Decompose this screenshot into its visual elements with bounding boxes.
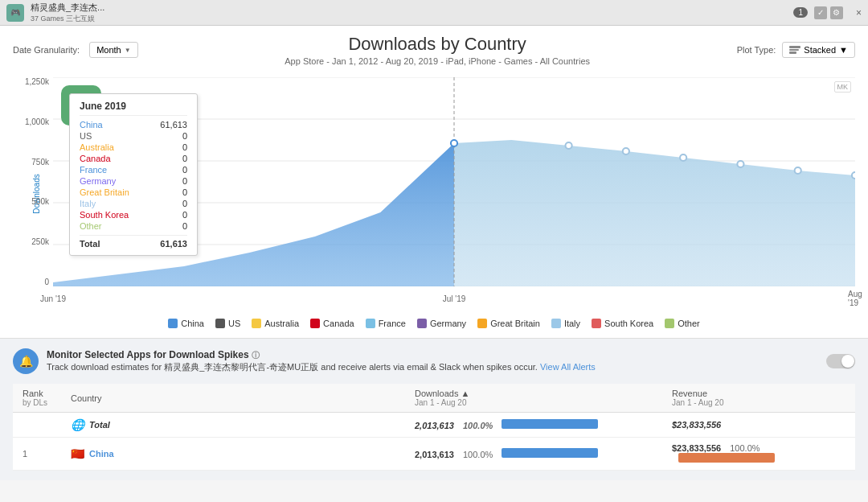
- tooltip-row-gb: Great Britain 0: [80, 187, 187, 198]
- svg-point-11: [623, 148, 629, 154]
- granularity-dropdown[interactable]: Month ▼: [89, 42, 138, 58]
- legend-label-south-korea: South Korea: [604, 319, 653, 328]
- alert-description: Track download estimates for 精灵盛典_李连杰黎明代…: [47, 361, 818, 373]
- download-bar-container: [502, 419, 598, 429]
- close-button[interactable]: ×: [856, 7, 862, 19]
- mk-badge: MK: [834, 81, 852, 93]
- legend-label-other: Other: [678, 319, 700, 328]
- y-tick: 750k: [21, 158, 49, 167]
- chart-svg: 🎮 MK June 2019 China 61,613 US 0 Aust: [53, 77, 855, 286]
- tooltip: June 2019 China 61,613 US 0 Australia 0: [69, 93, 198, 256]
- legend-color-china: [168, 319, 178, 328]
- downloads-cell: 2,013,613 100.0%: [405, 413, 662, 438]
- download-number: 2,013,613: [415, 450, 454, 459]
- legend-color-italy: [551, 319, 561, 328]
- legend-label-germany: Germany: [430, 319, 466, 328]
- tooltip-country: China: [80, 120, 103, 130]
- tooltip-total-label: Total: [80, 239, 100, 249]
- stacked-icon: [789, 46, 800, 54]
- revenue-cell: $23,833,556 100.0%: [662, 438, 855, 471]
- x-tick-jul: Jul '19: [443, 294, 466, 303]
- legend-color-other: [665, 319, 674, 328]
- info-icon[interactable]: ⓘ: [252, 351, 260, 360]
- tooltip-value: 61,613: [160, 120, 187, 130]
- plot-type-dropdown[interactable]: Stacked ▼: [782, 42, 855, 58]
- flag-icon: 🇨🇳: [71, 447, 84, 460]
- settings-icon[interactable]: ⚙: [830, 6, 843, 19]
- flag-icon: 🌐: [71, 418, 84, 431]
- legend-item-south-korea: South Korea: [592, 319, 653, 328]
- legend-item-other: Other: [665, 319, 700, 328]
- y-axis-ticks: 1,250k 1,000k 750k 500k 250k 0: [21, 77, 49, 286]
- svg-point-15: [852, 172, 855, 179]
- toggle-switch[interactable]: [826, 354, 855, 368]
- download-number: 2,013,613: [415, 421, 454, 430]
- top-bar: 🎮 精灵盛典_李连杰... 37 Games 三七互娱 1 ✓ ⚙ ×: [0, 0, 868, 26]
- country-name[interactable]: China: [89, 449, 114, 459]
- legend-color-us: [215, 319, 225, 328]
- tooltip-country: Other: [80, 221, 102, 231]
- tooltip-country: US: [80, 131, 92, 141]
- legend-color-germany: [417, 319, 427, 328]
- svg-point-14: [795, 167, 801, 174]
- table-row: 1 🇨🇳 China 2,013,613 100.0%: [13, 438, 855, 471]
- rank-cell: 1: [13, 438, 61, 471]
- tooltip-row-france: France 0: [80, 164, 187, 175]
- tooltip-country: South Korea: [80, 210, 129, 220]
- tooltip-value: 0: [182, 187, 187, 197]
- revenue-cell: $23,833,556: [662, 413, 855, 438]
- svg-marker-7: [454, 140, 855, 286]
- plot-type-label: Plot Type:: [737, 45, 776, 55]
- legend-item-china: China: [168, 319, 204, 328]
- tooltip-country: France: [80, 165, 107, 175]
- svg-point-12: [680, 154, 686, 161]
- tooltip-country: Australia: [80, 142, 114, 152]
- tooltip-value: 0: [182, 154, 187, 163]
- legend-label-australia: Australia: [264, 319, 299, 328]
- chevron-down-icon: ▼: [125, 47, 131, 54]
- chevron-down-icon: ▼: [839, 45, 848, 55]
- tooltip-row-italy: Italy 0: [80, 198, 187, 209]
- top-bar-icons: ✓ ⚙: [814, 6, 843, 19]
- revenue-value: $23,833,556: [672, 443, 721, 453]
- bottom-section: 🔔 Monitor Selected Apps for Download Spi…: [0, 338, 868, 480]
- y-tick: 1,000k: [21, 117, 49, 126]
- x-axis-labels: Jun '19 Jul '19 Aug '19: [53, 286, 855, 311]
- legend-label-italy: Italy: [564, 319, 580, 328]
- legend-color-france: [366, 319, 375, 328]
- tooltip-value: 0: [182, 221, 187, 231]
- y-tick: 500k: [21, 197, 49, 206]
- x-tick-jun: Jun '19: [40, 294, 66, 303]
- granularity-label: Date Granularity:: [13, 45, 80, 55]
- svg-point-9: [451, 140, 457, 146]
- legend-item-gb: Great Britain: [477, 319, 540, 328]
- th-downloads[interactable]: Downloads ▲ Jan 1 - Aug 20: [405, 384, 662, 413]
- table-header: Rank by DLs Country Downloads ▲ Jan 1 - …: [13, 384, 855, 413]
- tooltip-country: Canada: [80, 154, 111, 163]
- legend-label-us: US: [228, 319, 240, 328]
- legend-color-australia: [252, 319, 261, 328]
- legend-item-australia: Australia: [252, 319, 299, 328]
- alert-title: Monitor Selected Apps for Download Spike…: [47, 349, 818, 361]
- x-tick-aug: Aug '19: [848, 290, 862, 307]
- toggle-knob: [841, 355, 854, 368]
- tooltip-row-us: US 0: [80, 130, 187, 142]
- legend-label-canada: Canada: [323, 319, 354, 328]
- country-name[interactable]: Total: [89, 420, 110, 430]
- tooltip-value: 0: [182, 176, 187, 186]
- tab-badge: 1: [793, 7, 808, 18]
- th-revenue: Revenue Jan 1 - Aug 20: [662, 384, 855, 413]
- tooltip-value: 0: [182, 210, 187, 220]
- chart-inner: Downloads 1,250k 1,000k 750k 500k 250k 0: [53, 77, 855, 311]
- download-percent: 100.0%: [463, 421, 493, 430]
- view-all-alerts-link[interactable]: View All Alerts: [540, 362, 596, 372]
- checkmark-icon[interactable]: ✓: [814, 6, 827, 19]
- tooltip-row-other: Other 0: [80, 220, 187, 232]
- th-rank: Rank by DLs: [13, 384, 61, 413]
- legend-item-canada: Canada: [310, 319, 354, 328]
- legend-item-italy: Italy: [551, 319, 580, 328]
- main-content: Date Granularity: Month ▼ Downloads by C…: [0, 26, 868, 480]
- tooltip-value: 0: [182, 131, 187, 141]
- tooltip-country: Italy: [80, 199, 96, 208]
- tooltip-value: 0: [182, 142, 187, 152]
